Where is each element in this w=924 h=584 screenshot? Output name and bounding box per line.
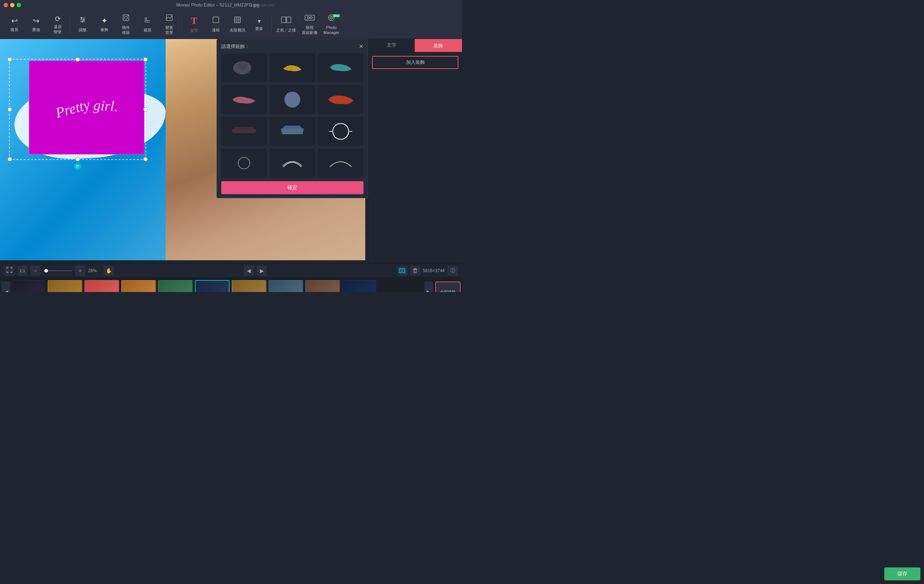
- decoration-item-4[interactable]: [221, 85, 267, 114]
- svg-point-21: [310, 16, 312, 19]
- add-decoration-button[interactable]: 加入裝飾: [372, 56, 459, 69]
- svg-point-26: [284, 92, 300, 107]
- decoration-item-8[interactable]: [270, 117, 315, 146]
- decorate-icon: ✦: [101, 16, 107, 26]
- filmstrip-thumb-2[interactable]: [48, 280, 82, 292]
- ratio-button[interactable]: 1:1: [17, 266, 27, 276]
- decoration-item-12[interactable]: [318, 149, 363, 178]
- remove-all-button[interactable]: 全部移除: [435, 282, 460, 292]
- decoration-item-9[interactable]: [318, 117, 363, 146]
- horizontal-scrollbar[interactable]: [0, 260, 368, 263]
- filmstrip-thumb-4[interactable]: [121, 280, 156, 292]
- svg-point-7: [125, 16, 127, 19]
- toolbar-more[interactable]: ▾ 更多: [248, 12, 270, 37]
- svg-rect-10: [213, 17, 219, 23]
- traffic-lights: [3, 3, 21, 7]
- text-box[interactable]: Pretty girl.: [29, 61, 144, 155]
- zoom-slider[interactable]: [43, 270, 72, 271]
- toolbar-object-remove[interactable]: 物件移除: [115, 12, 137, 37]
- object-remove-icon: [122, 14, 130, 24]
- zoom-in-button[interactable]: +: [75, 266, 85, 276]
- divider-2: [182, 15, 182, 33]
- sidebar-tab-text[interactable]: 文字: [368, 39, 415, 52]
- toolbar-crop-label: 裁剪: [144, 27, 152, 33]
- decoration-item-1[interactable]: [221, 53, 267, 82]
- svg-rect-32: [400, 269, 402, 272]
- decoration-picker-popup: 請選擇裝飾： ✕: [216, 39, 368, 198]
- toolbar-restore[interactable]: ⟳ 還原變更: [47, 12, 69, 37]
- decoration-confirm-button[interactable]: 確定: [221, 181, 363, 194]
- sidebar-tabs: 文字 裝飾: [368, 39, 462, 52]
- fit-screen-button[interactable]: [4, 266, 15, 276]
- toolbar-redo[interactable]: ↪ 重做: [25, 12, 47, 37]
- filmstrip-prev-arrow[interactable]: ◀: [2, 282, 10, 292]
- decoration-item-11[interactable]: [270, 149, 315, 178]
- delete-button[interactable]: [410, 266, 420, 276]
- toolbar-adjust[interactable]: 調整: [72, 12, 94, 37]
- toolbar-decorate[interactable]: ✦ 修飾: [94, 12, 115, 37]
- play-next-button[interactable]: ▶: [257, 266, 267, 276]
- toolbar-change-bg[interactable]: 變更背景: [158, 12, 180, 37]
- filmstrip-view-button[interactable]: [397, 266, 407, 276]
- decoration-item-2[interactable]: [270, 53, 315, 82]
- svg-rect-19: [305, 15, 314, 20]
- change-bg-icon: [165, 14, 173, 24]
- filmstrip-thumb-5[interactable]: [158, 280, 193, 292]
- close-button[interactable]: [3, 3, 8, 7]
- before-after-icon: [281, 16, 291, 26]
- toolbar-text[interactable]: T 文字: [183, 12, 205, 37]
- zoom-out-button[interactable]: −: [30, 266, 40, 276]
- toolbar-decorate-label: 修飾: [100, 27, 108, 33]
- undo-icon: ↩: [11, 16, 18, 26]
- filmstrip-thumb-8[interactable]: [269, 280, 303, 292]
- minimize-button[interactable]: [10, 3, 15, 7]
- toolbar-remove-noise[interactable]: 去除雜訊: [227, 12, 248, 37]
- filmstrip-thumb-10[interactable]: [342, 280, 377, 292]
- toolbar-more-label: 更多: [255, 26, 263, 31]
- play-prev-button[interactable]: ◀: [244, 266, 254, 276]
- ratio-label: 1:1: [20, 269, 25, 273]
- new-badge: New: [333, 14, 340, 17]
- toolbar-border[interactable]: 邊框: [205, 12, 227, 37]
- toolbar-redo-label: 重做: [32, 27, 40, 33]
- decoration-item-5[interactable]: [270, 85, 315, 114]
- filmstrip-thumb-6[interactable]: [195, 280, 229, 292]
- toolbar-adjust-label: 調整: [79, 27, 87, 33]
- image-info-button[interactable]: ⓘ: [447, 266, 458, 276]
- filmstrip-next-arrow[interactable]: ▶: [424, 282, 433, 292]
- filmstrip-next-icon: ▶: [427, 289, 431, 292]
- filmstrip-thumb-9[interactable]: [305, 280, 340, 292]
- decoration-item-3[interactable]: [318, 53, 363, 82]
- add-decoration-label: 加入裝飾: [406, 59, 425, 66]
- filmstrip-thumb-3[interactable]: [84, 280, 119, 292]
- filmstrip-prev-icon: ◀: [3, 289, 8, 292]
- decoration-item-10[interactable]: [221, 149, 267, 178]
- image-size: 5616×3744: [423, 268, 445, 273]
- divider-3: [271, 15, 272, 33]
- filmstrip-thumb-1[interactable]: [11, 280, 46, 292]
- window-title: Movavi Photo Editor – 52112_bfkfZ2FG.jpg: [176, 3, 259, 8]
- svg-rect-16: [282, 17, 286, 23]
- toolbar-photo-manager[interactable]: New PhotoManager: [320, 12, 342, 37]
- sidebar-tab-decoration-label: 裝飾: [434, 43, 443, 49]
- toolbar: ↩ 復原 ↪ 重做 ⟳ 還原變更 調整 ✦ 修飾 物件移除: [0, 10, 462, 39]
- svg-point-24: [331, 17, 332, 18]
- toolbar-before-after[interactable]: 之前／之後: [273, 12, 299, 37]
- zoom-thumb[interactable]: [45, 269, 48, 272]
- decoration-item-7[interactable]: [221, 117, 267, 146]
- zoom-out-icon: −: [34, 268, 37, 274]
- redo-icon: ↪: [33, 16, 40, 26]
- filmstrip-thumb-7[interactable]: [232, 280, 266, 292]
- hand-tool-button[interactable]: ✋: [104, 266, 114, 276]
- toolbar-view-original-label: 檢視原始影像: [302, 25, 318, 35]
- toolbar-view-original[interactable]: 檢視原始影像: [299, 12, 320, 37]
- sidebar-tab-decoration[interactable]: 裝飾: [415, 39, 462, 52]
- svg-point-30: [238, 157, 250, 169]
- adjust-icon: [79, 16, 87, 26]
- decoration-item-6[interactable]: [318, 85, 363, 114]
- toolbar-undo[interactable]: ↩ 復原: [3, 12, 25, 37]
- toolbar-crop[interactable]: 裁剪: [137, 12, 158, 37]
- maximize-button[interactable]: [16, 3, 21, 7]
- decoration-picker-close[interactable]: ✕: [359, 43, 363, 50]
- svg-point-20: [307, 16, 309, 19]
